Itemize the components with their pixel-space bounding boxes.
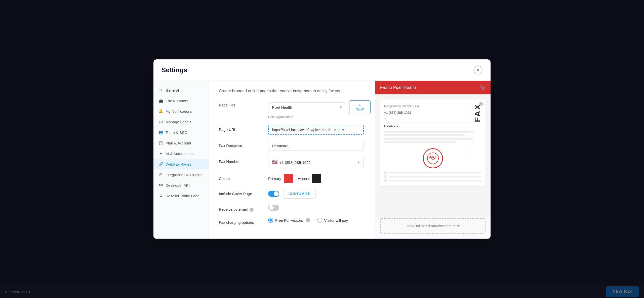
paperclip-icon: 📎 [480,85,486,90]
bell-icon: 🔔 [158,109,163,114]
cover-page-toggle[interactable] [268,191,279,197]
settings-modal: Settings × ⚙ General 📠 Fax Numbers 🔔 My … [153,59,491,239]
customize-button[interactable]: CUSTOMIZE [283,189,316,199]
free-visitors-label: Free For Visitors [275,218,303,222]
receive-email-toggle[interactable] [268,205,279,211]
cover-page-label: Include Cover Page [219,189,264,196]
gear-icon: ⚙ [158,88,163,92]
page-url-control: https://pixel.fax.cc/webfax/pixel-health… [268,125,365,135]
nav-item-ai[interactable]: ✦ AI & Automations [153,148,209,159]
preview-checkboxes [384,171,481,182]
fax-preview-left: Recipient fax number(US) +1 (858) 285-10… [384,103,473,146]
receive-email-label: Receive by email i [219,205,264,212]
nav-item-integrations[interactable]: ⊞ Integrations & Plugins [153,169,209,180]
to-value: Heartcare [384,124,473,128]
preview-line [384,131,473,133]
checkbox-box [384,179,387,182]
fax-recipient-label: Fax Recipient [219,141,264,148]
nav-item-webfax[interactable]: 🔗 WebFax Pages [153,159,209,169]
close-button[interactable]: × [473,65,482,74]
to-label: To [384,117,473,123]
colors-group: Primary Accent [268,174,365,183]
drop-zone[interactable]: Drop unlimited attachments here [380,218,486,234]
page-title-label: Page Title [219,100,264,107]
settings-content: Create branded online pages that enable … [209,81,375,239]
fax-number-label: Fax Number [219,157,264,164]
free-visitors-radio-circle [268,218,273,223]
preview-panel: Fax to Pixel Health 📎 × Recipient fax nu… [375,81,491,239]
primary-color-swatch[interactable] [284,174,293,183]
checkbox-line [389,176,481,177]
modal-overlay: Settings × ⚙ General 📠 Fax Numbers 🔔 My … [0,0,644,298]
copy-icon[interactable]: ⎘ [338,128,340,132]
accent-label: Accent [298,176,309,181]
preview-line [384,134,465,136]
page-title-row: Page Title Pixel Health ▼ + NEW Edit Org… [219,100,365,119]
chevron-down-icon[interactable]: ▼ [341,128,345,132]
preview-body: × Recipient fax number(US) +1 (858) 285-… [375,94,491,218]
checkbox-box [384,171,387,174]
recipient-fax-number: +1 (858) 285-1022 [384,111,473,115]
reseller-icon: ⚙ [158,194,163,198]
page-title-input-group: Pixel Health ▼ + NEW [268,100,371,114]
receive-email-info-icon[interactable]: i [250,208,254,212]
page-url-row: Page URL https://pixel.fax.cc/webfax/pix… [219,125,365,135]
preview-line [384,141,456,143]
nav-item-team[interactable]: 👥 Team & SSO [153,127,209,138]
nav-item-labels[interactable]: 🏷 Manage Labels [153,117,209,127]
charging-options-row: Fax charging options Free For Visitors i… [219,218,365,225]
nav-item-notifications[interactable]: 🔔 My Notifications [153,106,209,117]
preview-logo-circle [423,148,443,168]
svg-point-0 [427,153,438,164]
page-url-label: Page URL [219,125,264,132]
nav-item-general[interactable]: ⚙ General [153,85,209,95]
free-visitors-radio[interactable]: Free For Visitors i [268,218,310,223]
colors-control: Primary Accent [268,174,365,183]
primary-label: Primary [268,176,281,181]
accent-color-item: Accent [298,174,321,183]
fax-recipient-input[interactable] [268,141,364,151]
nav-item-api[interactable]: API Developer API [153,180,209,191]
cover-page-control: CUSTOMIZE [268,189,365,199]
grid-icon: ⊞ [158,172,163,177]
preview-checkbox-row [384,179,481,182]
preview-content-lines [384,131,473,143]
fax-word-label: FAX [473,103,481,122]
label-icon: 🏷 [158,120,163,124]
charging-options-control: Free For Visitors i Visitor will pay [268,218,365,223]
checkbox-line [389,172,481,173]
page-title-select[interactable]: Pixel Health ▼ [268,102,346,112]
preview-title: Fax to Pixel Health [380,85,416,90]
edit-org-label: Edit Organization [268,115,371,119]
checkbox-line [389,180,481,181]
preview-checkbox-row [384,171,481,174]
settings-nav: ⚙ General 📠 Fax Numbers 🔔 My Notificatio… [153,81,209,239]
visitor-pay-label: Visitor will pay [324,218,348,222]
page-url-input[interactable]: https://pixel.fax.cc/webfax/pixel-health… [268,125,364,135]
nav-item-reseller[interactable]: ⚙ Reseller/White Label [153,191,209,201]
fax-icon: 📠 [158,98,163,103]
external-link-icon[interactable]: ↗ [333,128,336,132]
receive-email-control [268,205,365,211]
preview-checkbox-row [384,175,481,178]
ai-icon: ✦ [158,151,163,156]
new-page-button[interactable]: + NEW [349,100,371,114]
visitor-pay-radio[interactable]: Visitor will pay [317,218,348,223]
fax-preview-top: Recipient fax number(US) +1 (858) 285-10… [384,103,481,146]
toggle-thumb [269,205,274,210]
us-flag-icon: 🇺🇸 [272,160,277,165]
charging-radio-group: Free For Visitors i Visitor will pay [268,218,365,223]
primary-color-item: Primary [268,174,293,183]
settings-description: Create branded online pages that enable … [219,89,365,93]
free-visitors-info-icon[interactable]: i [306,218,310,222]
nav-item-fax-numbers[interactable]: 📠 Fax Numbers [153,95,209,106]
page-title-control: Pixel Health ▼ + NEW Edit Organization [268,100,371,119]
nav-item-plan[interactable]: 📋 Plan & Account [153,138,209,148]
recipient-fax-label: Recipient fax number(US) [384,103,473,109]
colors-row: Colors Primary Accent [219,174,365,183]
preview-line [384,138,473,140]
fax-number-select[interactable]: 🇺🇸 +1 (858) 285-1022 ▼ [268,157,364,168]
accent-color-swatch[interactable] [312,174,321,183]
cover-page-group: CUSTOMIZE [268,189,365,199]
webfax-icon: 🔗 [158,162,163,166]
